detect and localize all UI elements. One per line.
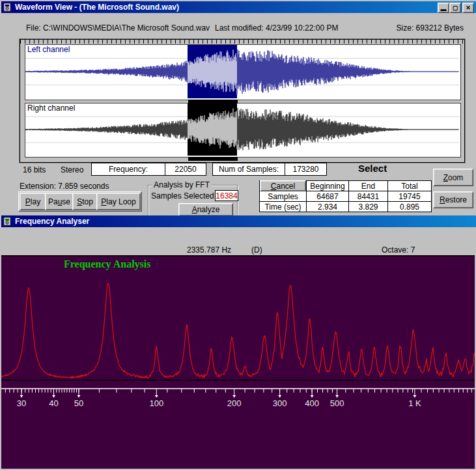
- svg-text:100: 100: [149, 398, 163, 408]
- svg-text:40: 40: [49, 398, 58, 408]
- left-channel-waveform: [25, 45, 460, 98]
- col-beginning: Beginning: [307, 181, 349, 191]
- transport-group: Play Pause Stop Play Loop: [18, 191, 142, 212]
- spectrum-plot[interactable]: Frequency Analysis 304050100200300400500…: [1, 255, 475, 469]
- spectrum-canvas: 3040501002003004005001 K: [1, 256, 475, 469]
- svg-text:50: 50: [74, 398, 83, 408]
- col-end: End: [349, 181, 388, 191]
- channel-mode-label: Stereo: [61, 165, 83, 174]
- num-samples-label: Num of Samples:: [213, 163, 285, 175]
- frequency-field: Frequency: 22050: [91, 163, 206, 176]
- last-modified-label: Last modified: 4/23/99 10:22:00 PM: [215, 23, 338, 33]
- maximize-button[interactable]: ▢: [449, 3, 461, 13]
- num-samples-field: Num of Samples: 173280: [212, 163, 327, 176]
- table-row-samples: Samples 64687 84431 19745: [260, 191, 431, 202]
- file-size-label: Size: 693212 Bytes: [384, 23, 464, 33]
- analyze-button[interactable]: Analyze: [178, 203, 233, 216]
- close-button[interactable]: ✕: [462, 3, 474, 13]
- octave-readout: Octave: 7: [382, 245, 415, 255]
- waveform-ruler: [20, 40, 464, 44]
- bit-depth-label: 16 bits: [23, 165, 46, 174]
- fft-group-label: Analysis by FFT: [152, 180, 212, 189]
- svg-text:500: 500: [330, 398, 344, 408]
- cell-value: 2.934: [307, 202, 349, 212]
- right-channel-label: Right channel: [27, 104, 75, 113]
- cell-value: 0.895: [388, 202, 431, 212]
- note-readout: (D): [251, 245, 262, 255]
- cell-value: 19745: [388, 191, 431, 202]
- minimize-button[interactable]: ▬: [438, 3, 449, 13]
- selection-bar-bottom: [188, 157, 238, 161]
- col-total: Total: [388, 181, 431, 191]
- extension-label: Extension: 7.859 seconds: [20, 182, 109, 191]
- cancel-button[interactable]: Cancel: [260, 180, 306, 191]
- right-channel-panel[interactable]: Right channel: [25, 103, 461, 158]
- svg-text:1 K: 1 K: [408, 398, 421, 408]
- stop-button[interactable]: Stop: [72, 193, 98, 210]
- plot-title: Frequency Analysis: [64, 258, 151, 270]
- svg-text:400: 400: [305, 398, 319, 408]
- waveform-app-icon: [3, 3, 12, 12]
- svg-text:30: 30: [17, 398, 26, 408]
- svg-text:300: 300: [273, 398, 287, 408]
- num-samples-value: 173280: [285, 163, 326, 175]
- frequency-readout: 2335.787 Hz: [187, 245, 231, 255]
- right-channel-waveform: [25, 104, 460, 156]
- row-label: Samples: [260, 191, 307, 202]
- play-loop-button[interactable]: Play Loop: [96, 193, 141, 210]
- frequency-value: 22050: [165, 163, 206, 175]
- waveform-titlebar[interactable]: Waveform View - (The Microsoft Sound.wav…: [1, 1, 476, 13]
- cell-value: 64687: [307, 191, 349, 202]
- fft-group: Analysis by FFT Samples Selected: 16384 …: [148, 185, 238, 216]
- play-button[interactable]: Play: [20, 193, 46, 210]
- select-heading: Select: [358, 163, 387, 174]
- analyser-title: Frequency Analyser: [15, 217, 89, 226]
- frequency-label: Frequency:: [92, 163, 165, 175]
- pause-button[interactable]: Pause: [45, 193, 74, 210]
- waveform-title: Waveform View - (The Microsoft Sound.wav…: [15, 3, 179, 12]
- left-channel-label: Left channel: [27, 45, 70, 54]
- samples-selected-label: Samples Selected:: [151, 191, 216, 200]
- analyser-app-icon: [3, 217, 12, 226]
- zoom-button[interactable]: Zoom: [433, 169, 473, 186]
- selection-bar-mid: [188, 100, 238, 104]
- svg-text:200: 200: [227, 398, 242, 408]
- table-row-time: Time (sec) 2.934 3.829 0.895: [260, 202, 431, 212]
- left-channel-panel[interactable]: Left channel: [25, 44, 461, 100]
- waveform-display[interactable]: Left channel Right channel: [20, 39, 465, 163]
- file-path-label: File: C:\WINDOWS\MEDIA\The Microsoft Sou…: [26, 23, 210, 33]
- cell-value: 3.829: [349, 202, 388, 212]
- selection-table: Cancel Beginning End Total Samples 64687…: [259, 180, 432, 212]
- cell-value: 84431: [349, 191, 388, 202]
- restore-button[interactable]: Restore: [433, 191, 473, 208]
- analyser-titlebar[interactable]: Frequency Analyser: [1, 215, 476, 227]
- row-label: Time (sec): [260, 202, 307, 212]
- samples-selected-value: 16384: [215, 190, 238, 201]
- screen: Waveform View - (The Microsoft Sound.wav…: [0, 0, 476, 470]
